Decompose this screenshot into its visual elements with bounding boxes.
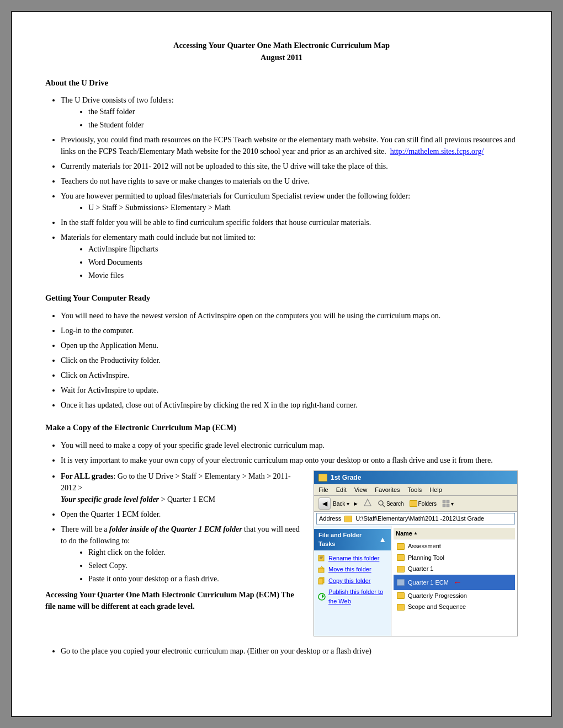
- section-ecm: Make a Copy of the Electronic Curriculum…: [45, 422, 518, 657]
- home-icon: [363, 498, 372, 507]
- address-bar: Address U:\Staff\Elementary\Math\2011 -2…: [316, 513, 515, 524]
- right-panel: Name ▲ Assessment Planning Tool: [391, 526, 517, 636]
- back-button[interactable]: ◀: [318, 497, 331, 510]
- list-item: Open up the Application Menu.: [61, 340, 518, 351]
- list-item: You will need to have the newest version…: [61, 310, 518, 322]
- move-icon: [318, 566, 326, 574]
- list-item: It is very important to make your own co…: [61, 454, 518, 466]
- ecm-final-bullets: Go to the place you copied your electron…: [61, 645, 518, 657]
- right-panel-header: Name ▲: [394, 528, 515, 540]
- ecm-bottom-bold: Accessing Your Quarter One Math Electron…: [45, 589, 302, 612]
- list-item: Paste it onto your desktop or a flash dr…: [88, 573, 302, 585]
- section-ecm-heading: Make a Copy of the Electronic Curriculum…: [45, 422, 518, 434]
- back-label: Back ▾: [333, 500, 349, 508]
- list-item: You will need to make a copy of your spe…: [61, 440, 518, 451]
- ecm-steps-list: For ALL grades: Go to the U Drive > Staf…: [61, 470, 302, 585]
- move-folder-link[interactable]: Move this folder: [317, 564, 387, 575]
- rename-icon: [318, 554, 326, 562]
- list-item: In the staff folder you will be able to …: [61, 217, 518, 228]
- section-computer-heading: Getting Your Computer Ready: [45, 292, 518, 304]
- list-item: Log-in to the computer.: [61, 325, 518, 336]
- list-item: Once it has updated, close out of ActivI…: [61, 399, 518, 411]
- menu-edit[interactable]: Edit: [336, 485, 347, 495]
- file-item-assessment[interactable]: Assessment: [394, 540, 515, 552]
- publish-icon: [318, 593, 326, 601]
- svg-point-1: [379, 501, 383, 505]
- address-folder-icon: [344, 516, 352, 522]
- folder-icon: [397, 566, 405, 572]
- file-folder-tasks-section: File and Folder Tasks ▲: [314, 529, 391, 609]
- explorer-title-bar: 1st Grade: [314, 471, 517, 484]
- left-panel-header: File and Folder Tasks ▲: [314, 529, 391, 550]
- left-panel-items: Rename this folder Mov: [314, 550, 391, 609]
- svg-rect-3: [443, 500, 445, 503]
- list-item: U > Staff > Submissions> Elementary > Ma…: [88, 202, 518, 213]
- ecm-text-col: For ALL grades: Go to the U Drive > Staf…: [45, 470, 302, 612]
- menu-view[interactable]: View: [354, 485, 368, 495]
- folder-icon: [397, 543, 405, 550]
- file-item-quarter1[interactable]: Quarter 1: [394, 563, 515, 575]
- svg-marker-11: [320, 566, 324, 569]
- list-item: The U Drive consists of two folders: the…: [61, 94, 518, 131]
- folder-icon: [397, 592, 405, 599]
- list-item: Teachers do not have rights to save or m…: [61, 175, 518, 187]
- file-item-quarterly-progression[interactable]: Quarterly Progression: [394, 590, 515, 602]
- list-item: the Student folder: [88, 119, 518, 131]
- publish-folder-link[interactable]: Publish this folder to the Web: [317, 586, 387, 607]
- address-path: U:\Staff\Elementary\Math\2011 -2012\1st …: [355, 514, 512, 523]
- svg-marker-0: [364, 499, 371, 506]
- folder-icon: [397, 554, 405, 561]
- explorer-window: 1st Grade File Edit View Favorites Tools…: [314, 470, 518, 636]
- section-computer: Getting Your Computer Ready You will nee…: [45, 292, 518, 411]
- page-title: Accessing Your Quarter One Math Electron…: [45, 40, 518, 64]
- section-about-heading: About the U Drive: [45, 77, 518, 89]
- list-item: Click on the Productivity folder.: [61, 355, 518, 366]
- list-item: You are however permitted to upload file…: [61, 190, 518, 213]
- explorer-menu-bar: File Edit View Favorites Tools Help: [314, 484, 517, 496]
- explorer-title: 1st Grade: [331, 473, 361, 483]
- list-item: Word Documents: [88, 256, 518, 268]
- svg-rect-13: [318, 579, 323, 584]
- computer-bullets: You will need to have the newest version…: [61, 310, 518, 411]
- search-icon: [378, 500, 385, 507]
- svg-rect-4: [447, 500, 449, 503]
- file-item-planning-tool[interactable]: Planning Tool: [394, 552, 515, 564]
- svg-marker-15: [322, 594, 324, 598]
- list-item: Go to the place you copied your electron…: [61, 645, 518, 657]
- menu-favorites[interactable]: Favorites: [375, 485, 400, 495]
- menu-file[interactable]: File: [318, 485, 328, 495]
- list-item: Wait for ActivInspire to update.: [61, 384, 518, 396]
- explorer-body: File and Folder Tasks ▲: [314, 526, 517, 636]
- list-item: Materials for elementary math could incl…: [61, 232, 518, 281]
- list-item: Currently materials for 2011- 2012 will …: [61, 160, 518, 172]
- about-bullets: The U Drive consists of two folders: the…: [61, 94, 518, 281]
- svg-line-2: [383, 505, 385, 507]
- file-item-quarter1-ecm[interactable]: Quarter 1 ECM ←: [394, 575, 515, 590]
- file-item-scope-sequence[interactable]: Scope and Sequence: [394, 601, 515, 613]
- file-list: Assessment Planning Tool Quarter 1: [394, 539, 515, 614]
- svg-rect-6: [447, 504, 449, 507]
- fcps-link[interactable]: http://mathelem.sites.fcps.org/: [390, 147, 484, 156]
- list-item: Open the Quarter 1 ECM folder.: [61, 508, 302, 520]
- explorer-toolbar: ◀ Back ▾ ► Search: [314, 496, 517, 512]
- folders-button[interactable]: Folders: [410, 500, 437, 508]
- menu-tools[interactable]: Tools: [408, 485, 422, 495]
- folder-icon: [318, 474, 327, 481]
- section-about: About the U Drive The U Drive consists o…: [45, 77, 518, 282]
- view-button[interactable]: ▾: [442, 500, 454, 508]
- left-panel: File and Folder Tasks ▲: [314, 526, 391, 636]
- folder-icon: [397, 579, 405, 586]
- ecm-bullets-top: You will need to make a copy of your spe…: [61, 440, 518, 466]
- search-button[interactable]: Search: [378, 500, 404, 508]
- list-item: Click on ActivInspire.: [61, 370, 518, 381]
- folders-icon: [410, 500, 417, 507]
- document-page: Accessing Your Quarter One Math Electron…: [11, 11, 552, 717]
- list-item: Previously, you could find math resource…: [61, 134, 518, 157]
- red-arrow-indicator: ←: [453, 576, 462, 589]
- menu-help[interactable]: Help: [429, 485, 442, 495]
- copy-folder-link[interactable]: Copy this folder: [317, 575, 387, 587]
- two-col-layout: For ALL grades: Go to the U Drive > Staf…: [45, 470, 518, 636]
- rename-folder-link[interactable]: Rename this folder: [317, 553, 387, 564]
- svg-rect-5: [443, 504, 445, 507]
- view-icon: [442, 500, 450, 507]
